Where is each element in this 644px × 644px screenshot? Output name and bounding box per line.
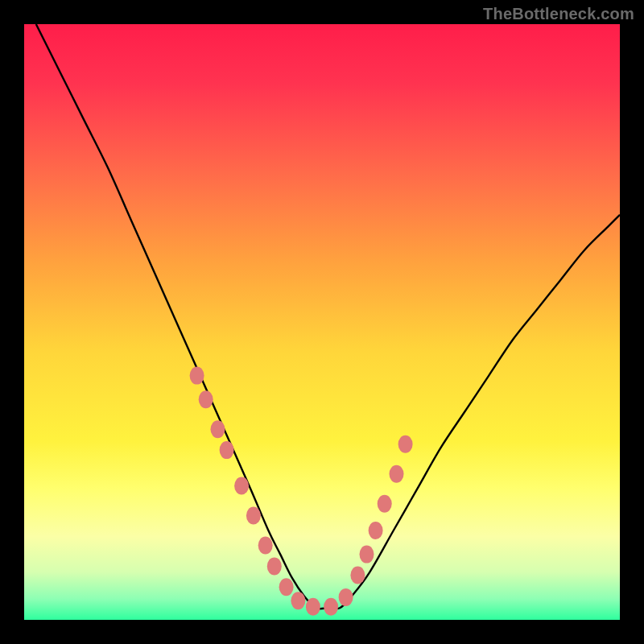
bottleneck-curve	[36, 24, 620, 609]
marker-point	[324, 598, 338, 616]
marker-point	[279, 578, 294, 596]
marker-point	[360, 546, 374, 564]
watermark-text: TheBottleneck.com	[483, 5, 634, 23]
chart-frame	[24, 24, 620, 620]
marker-point	[234, 477, 249, 495]
marker-point	[369, 522, 383, 539]
marker-point	[190, 367, 204, 385]
marker-point	[291, 592, 305, 609]
marker-point	[390, 465, 404, 483]
chart-svg	[24, 24, 620, 620]
marker-point	[258, 537, 273, 555]
marker-point	[211, 420, 225, 438]
marker-point	[199, 390, 213, 408]
marker-point	[350, 567, 365, 584]
marker-point	[306, 598, 320, 616]
marker-point	[378, 495, 392, 513]
marker-point	[398, 436, 413, 453]
plot-area	[24, 24, 620, 620]
highlighted-points	[190, 367, 413, 616]
marker-point	[220, 441, 234, 459]
marker-point	[267, 557, 282, 575]
marker-point	[339, 588, 353, 606]
marker-point	[246, 507, 261, 525]
